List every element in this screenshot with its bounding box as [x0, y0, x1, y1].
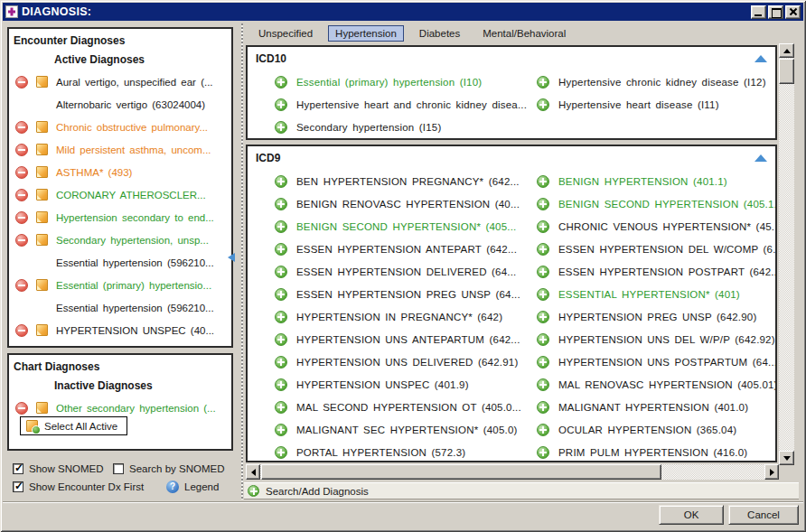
remove-diagnosis-icon[interactable] — [15, 234, 28, 247]
ok-button[interactable]: OK — [659, 505, 724, 525]
remove-diagnosis-icon[interactable] — [15, 189, 28, 201]
show-encounter-dx-first-option[interactable]: Show Encounter Dx First — [13, 481, 144, 492]
icd-code-row[interactable]: MAL RENOVASC HYPERTENSION (405.01) — [537, 373, 777, 396]
note-icon[interactable] — [36, 144, 48, 155]
icd-code-row[interactable]: OCULAR HYPERTENSION (365.04) — [537, 418, 777, 441]
scroll-down-button[interactable] — [779, 451, 794, 465]
scroll-left-button[interactable] — [246, 464, 260, 480]
horizontal-scroll-thumb[interactable] — [261, 464, 661, 480]
legend-link[interactable]: Legend — [166, 481, 219, 493]
icd-code-row[interactable]: BEN HYPERTENSION PREGNANCY* (642... — [275, 170, 532, 192]
icd-code-row[interactable]: HYPERTENSION UNSPEC (401.9) — [275, 373, 532, 396]
icd-code-row[interactable]: BENIGN SECOND HYPERTENSION* (405... — [275, 215, 532, 238]
icd-code-row[interactable]: HYPERTENSION UNS ANTEPARTUM (642... — [275, 328, 532, 350]
add-diagnosis-icon[interactable] — [537, 76, 549, 89]
add-diagnosis-icon[interactable] — [537, 288, 549, 301]
icd-code-row[interactable]: BENIGN HYPERTENSION (401.1) — [537, 170, 777, 192]
note-icon[interactable] — [36, 189, 48, 201]
add-diagnosis-icon[interactable] — [275, 175, 287, 188]
icd-code-row[interactable]: HYPERTENSION UNS POSTPARTUM (64... — [537, 350, 777, 373]
diagnosis-row[interactable]: HYPERTENSION UNSPEC (40... — [14, 319, 230, 341]
add-diagnosis-icon[interactable] — [275, 378, 287, 391]
icd-code-row[interactable]: MAL SECOND HYPERTENSION OT (405.0... — [275, 396, 532, 418]
add-diagnosis-icon[interactable] — [275, 356, 287, 369]
note-icon[interactable] — [36, 211, 48, 223]
splitter-collapse-arrow[interactable] — [228, 253, 235, 262]
add-diagnosis-icon[interactable] — [275, 76, 287, 89]
diagnosis-row[interactable]: Mild persistent asthma, uncom... — [14, 138, 230, 161]
add-diagnosis-icon[interactable] — [275, 424, 287, 436]
icd-code-row[interactable]: Hypertensive chronic kidney disease (I12… — [537, 70, 777, 93]
scroll-right-button[interactable] — [764, 464, 779, 480]
category-tab[interactable]: Unspecified — [251, 25, 320, 42]
horizontal-scrollbar[interactable] — [246, 464, 779, 480]
icd-code-row[interactable]: MALIGNANT HYPERTENSION (401.0) — [537, 396, 777, 418]
icd-code-row[interactable]: ESSENTIAL HYPERTENSION* (401) — [537, 283, 777, 305]
search-by-snomed-checkbox[interactable] — [113, 463, 124, 474]
help-icon[interactable] — [166, 481, 179, 493]
note-icon[interactable] — [36, 402, 48, 414]
icd-code-row[interactable]: HYPERTENSION PREG UNSP (642.90) — [537, 305, 777, 328]
diagnosis-row[interactable]: Secondary hypertension, unsp... — [14, 229, 230, 251]
select-all-active-button[interactable]: Select All Active — [20, 416, 127, 435]
remove-diagnosis-icon[interactable] — [15, 144, 28, 156]
icd-code-row[interactable]: ESSEN HYPERTENSION POSTPART (642... — [537, 260, 777, 283]
search-by-snomed-option[interactable]: Search by SNOMED — [113, 463, 224, 474]
icd-code-row[interactable]: Hypertensive heart disease (I11) — [537, 93, 777, 116]
icd-code-row[interactable]: ESSEN HYPERTENSION ANTEPART (642... — [275, 238, 532, 260]
add-diagnosis-icon[interactable] — [275, 288, 287, 301]
diagnosis-row[interactable]: CORONARY ATHEROSCLER... — [14, 183, 230, 206]
category-tab[interactable]: Hypertension — [328, 25, 404, 42]
add-diagnosis-icon[interactable] — [537, 378, 549, 391]
note-icon[interactable] — [36, 279, 48, 291]
remove-diagnosis-icon[interactable] — [15, 402, 28, 415]
icd-code-row[interactable]: ESSEN HYPERTENSION DELIVERED (64... — [275, 260, 532, 283]
add-diagnosis-icon[interactable] — [537, 333, 549, 346]
icd-code-row[interactable]: MALIGNANT SEC HYPERTENSION* (405.0) — [275, 418, 532, 441]
add-diagnosis-icon[interactable] — [537, 175, 549, 188]
add-diagnosis-icon[interactable] — [537, 446, 549, 459]
vertical-scroll-thumb[interactable] — [779, 59, 794, 84]
remove-diagnosis-icon[interactable] — [15, 324, 28, 337]
diagnosis-row[interactable]: Essential hypertension (596210... — [14, 251, 230, 274]
diagnosis-row[interactable]: Essential hypertension (596210... — [14, 296, 230, 319]
search-add-diagnosis-bar[interactable]: Search/Add Diagnosis — [244, 482, 799, 499]
icd-code-row[interactable]: BENIGN RENOVASC HYPERTENSION (40... — [275, 192, 532, 215]
icd-code-row[interactable]: Secondary hypertension (I15) — [275, 116, 532, 138]
note-icon[interactable] — [36, 324, 48, 336]
add-diagnosis-icon[interactable] — [275, 198, 287, 210]
add-diagnosis-icon[interactable] — [537, 311, 549, 323]
show-snomed-checkbox[interactable] — [13, 463, 23, 474]
show-encounter-dx-first-checkbox[interactable] — [13, 481, 23, 492]
icd-code-row[interactable]: Essential (primary) hypertension (I10) — [275, 70, 532, 93]
icd-code-row[interactable]: BENIGN SECOND HYPERTENSION (405.1... — [537, 192, 777, 215]
remove-diagnosis-icon[interactable] — [15, 279, 28, 292]
diagnosis-row[interactable]: Essential (primary) hypertensio... — [14, 274, 230, 296]
add-diagnosis-icon[interactable] — [537, 98, 549, 111]
note-icon[interactable] — [36, 234, 48, 246]
add-diagnosis-icon[interactable] — [537, 220, 549, 233]
close-button[interactable] — [785, 5, 801, 19]
collapse-icd9-icon[interactable] — [754, 154, 767, 162]
add-diagnosis-icon[interactable] — [275, 243, 287, 256]
diagnosis-row[interactable]: Hypertension secondary to end... — [14, 206, 230, 229]
add-diagnosis-icon[interactable] — [275, 98, 287, 111]
collapse-icd10-icon[interactable] — [754, 55, 767, 62]
cancel-button[interactable]: Cancel — [728, 505, 799, 525]
add-diagnosis-icon[interactable] — [537, 266, 549, 278]
show-snomed-option[interactable]: Show SNOMED — [13, 463, 103, 474]
note-icon[interactable] — [36, 76, 48, 88]
add-diagnosis-icon[interactable] — [275, 220, 287, 233]
remove-diagnosis-icon[interactable] — [15, 211, 28, 224]
add-diagnosis-icon[interactable] — [537, 198, 549, 210]
icd-code-row[interactable]: HYPERTENSION UNS DEL W/P/P (642.92) — [537, 328, 777, 350]
icd-code-row[interactable]: PORTAL HYPERTENSION (572.3) — [275, 441, 532, 462]
diagnosis-row[interactable]: ASTHMA* (493) — [14, 161, 230, 183]
remove-diagnosis-icon[interactable] — [15, 76, 28, 89]
diagnosis-row[interactable]: Aural vertigo, unspecified ear (... — [14, 70, 230, 93]
add-diagnosis-icon[interactable] — [537, 243, 549, 256]
add-diagnosis-icon[interactable] — [275, 401, 287, 414]
add-diagnosis-icon[interactable] — [275, 121, 287, 134]
icd-code-row[interactable]: Hypertensive heart and chronic kidney di… — [275, 93, 532, 116]
icd-code-row[interactable]: HYPERTENSION UNS DELIVERED (642.91) — [275, 350, 532, 373]
